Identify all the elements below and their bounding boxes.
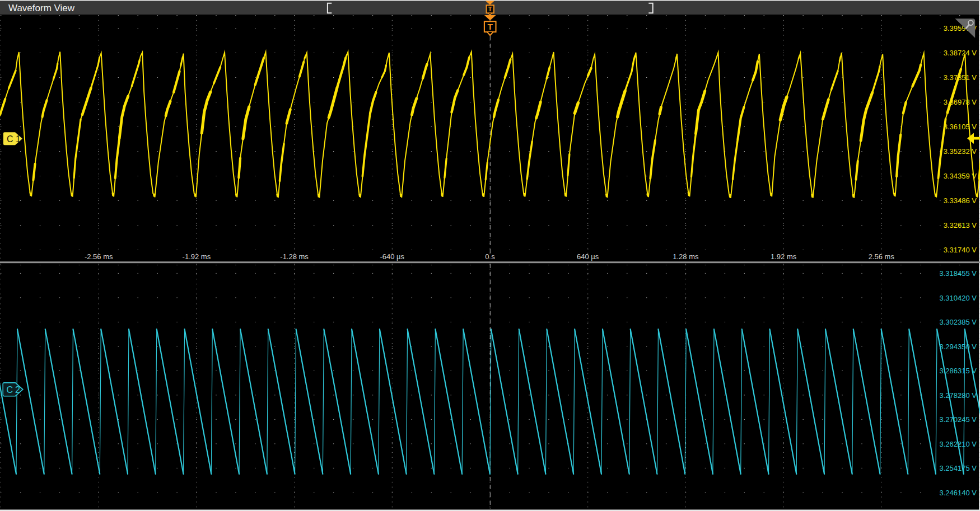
svg-text:3.270245 V: 3.270245 V <box>939 415 977 424</box>
svg-text:-1.28 ms: -1.28 ms <box>280 252 309 261</box>
svg-text:3.36105 V: 3.36105 V <box>944 123 977 131</box>
svg-text:2.56 ms: 2.56 ms <box>869 252 895 261</box>
svg-text:T: T <box>488 6 492 12</box>
svg-text:3.262210 V: 3.262210 V <box>939 440 977 448</box>
svg-text:3.286315 V: 3.286315 V <box>939 367 977 375</box>
svg-text:C: C <box>7 385 13 395</box>
svg-text:3.35232 V: 3.35232 V <box>944 147 977 156</box>
svg-text:3.302385 V: 3.302385 V <box>939 318 977 326</box>
svg-text:3.37851 V: 3.37851 V <box>944 73 977 82</box>
svg-text:3.278280 V: 3.278280 V <box>939 391 977 400</box>
svg-text:3.34359 V: 3.34359 V <box>944 172 977 180</box>
svg-text:3.246140 V: 3.246140 V <box>939 489 977 497</box>
svg-text:3.294350 V: 3.294350 V <box>939 343 977 351</box>
svg-text:-2.56 ms: -2.56 ms <box>85 252 113 261</box>
svg-text:3.32613 V: 3.32613 V <box>944 221 977 229</box>
svg-text:T: T <box>488 22 493 31</box>
svg-text:3.38724 V: 3.38724 V <box>944 49 977 57</box>
svg-text:3.310420 V: 3.310420 V <box>939 294 977 302</box>
svg-text:-1.92 ms: -1.92 ms <box>183 252 211 261</box>
svg-text:1.28 ms: 1.28 ms <box>673 252 699 261</box>
svg-text:0 s: 0 s <box>485 252 495 261</box>
svg-text:3.254175 V: 3.254175 V <box>939 464 977 472</box>
svg-text:3.31740 V: 3.31740 V <box>944 246 977 254</box>
svg-text:C: C <box>7 134 13 144</box>
svg-text:Waveform View: Waveform View <box>8 3 75 13</box>
svg-text:3.33486 V: 3.33486 V <box>944 196 977 205</box>
svg-text:3.318455 V: 3.318455 V <box>939 269 977 278</box>
svg-text:1.92 ms: 1.92 ms <box>771 252 797 261</box>
svg-text:3.36978 V: 3.36978 V <box>944 98 977 106</box>
svg-text:2: 2 <box>15 385 20 395</box>
svg-text:-640 µs: -640 µs <box>380 252 404 261</box>
svg-text:1: 1 <box>16 134 21 144</box>
svg-text:640 µs: 640 µs <box>577 252 599 261</box>
